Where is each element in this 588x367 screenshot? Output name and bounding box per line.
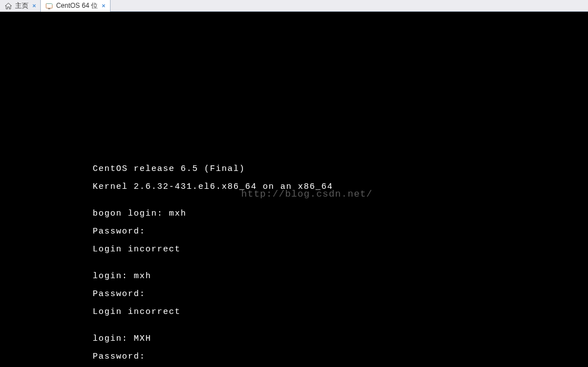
tab-home[interactable]: 主页 × [0,0,41,12]
terminal-line: CentOS release 6.5 (Final) [93,165,333,174]
terminal-screen[interactable]: http://blog.csdn.net/ CentOS release 6.5… [0,12,588,367]
svg-rect-2 [48,8,50,9]
terminal-output: CentOS release 6.5 (Final) Kernel 2.6.32… [93,156,333,367]
terminal-line: Login incorrect [93,308,333,317]
terminal-line: Kernel 2.6.32-431.el6.x86_64 on an x86_6… [93,183,333,192]
terminal-line: login: MXH [93,335,333,344]
terminal-line: Login incorrect [93,245,333,254]
tab-vm-label: CentOS 64 位 [56,1,98,11]
tab-vm-centos[interactable]: CentOS 64 位 × [41,0,110,12]
terminal-line: login: mxh [93,272,333,281]
vm-icon [45,2,53,10]
terminal-line: Password: [93,352,333,361]
close-icon[interactable]: × [101,3,106,9]
tab-home-label: 主页 [15,1,28,11]
svg-rect-1 [46,3,52,8]
tab-bar: 主页 × CentOS 64 位 × [0,0,588,12]
svg-rect-0 [46,3,52,8]
close-icon[interactable]: × [31,3,37,9]
home-icon [4,2,12,10]
terminal-line: bogon login: mxh [93,209,333,218]
terminal-line: Password: [93,227,333,236]
terminal-line: Password: [93,290,333,299]
